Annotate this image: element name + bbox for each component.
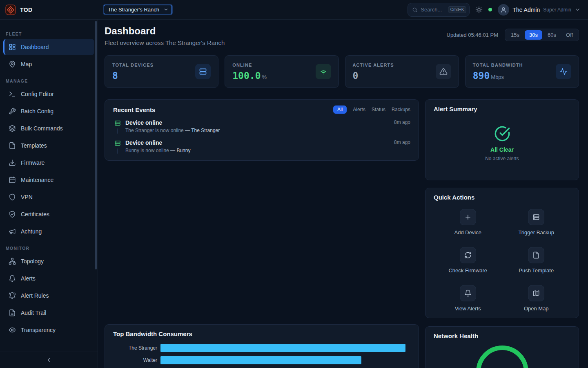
sidebar-item-alerts[interactable]: Alerts <box>3 270 94 287</box>
event-title: Device online <box>125 119 391 126</box>
sidebar-item-templates[interactable]: Templates <box>3 137 94 154</box>
server-icon <box>113 119 122 134</box>
sidebar-collapse-button[interactable] <box>0 352 98 368</box>
sidebar-item-dashboard[interactable]: Dashboard <box>3 39 94 55</box>
sidebar-item-firmware[interactable]: Firmware <box>3 155 94 171</box>
event-detail: The Stranger is now online — The Strange… <box>125 128 410 134</box>
sidebar-item-achtung[interactable]: Achtung <box>3 223 94 240</box>
sidebar-item-alert-rules[interactable]: Alert Rules <box>3 287 94 304</box>
server-icon <box>195 64 211 79</box>
panel-title: Network Health <box>434 332 478 339</box>
shield-icon <box>9 193 16 201</box>
bandwidth-bar <box>160 344 405 352</box>
alert-status: All Clear <box>490 146 514 153</box>
refresh-option-15s[interactable]: 15s <box>506 30 524 40</box>
push-template-button[interactable]: Push Template <box>502 247 571 274</box>
sidebar-item-topology[interactable]: Topology <box>3 253 94 269</box>
wrench-icon <box>9 108 16 115</box>
sidebar-item-batch-config[interactable]: Batch Config <box>3 103 94 119</box>
event-time: 8m ago <box>394 139 410 146</box>
refresh-option-60s[interactable]: 60s <box>543 30 561 40</box>
filter-backups[interactable]: Backups <box>392 107 410 112</box>
file-text-icon <box>9 309 16 316</box>
event-row: Device online 8m ago Bunny is now online… <box>113 139 410 154</box>
filter-all[interactable]: All <box>333 105 347 114</box>
bar-row: The Stranger <box>113 344 410 352</box>
stat-value: 8 <box>112 70 118 81</box>
terminal-icon <box>9 90 16 98</box>
plus-icon <box>460 209 476 225</box>
top-bandwidth-panel: Top Bandwidth Consumers The Stranger Wal… <box>105 324 419 368</box>
map-icon <box>528 285 544 301</box>
event-row: Device online 8m ago The Stranger is now… <box>113 119 410 134</box>
topbar-right: Search... Cmd+K The Admin Super Admin <box>408 3 588 17</box>
sidebar-item-label: Firmware <box>21 159 45 166</box>
user-icon <box>500 7 507 13</box>
event-time: 8m ago <box>394 119 410 126</box>
network-health-panel: Network Health <box>425 326 579 368</box>
sidebar-item-label: Achtung <box>21 228 42 235</box>
bar-label: Walter <box>113 357 157 363</box>
stat-total-devices: TOTAL DEVICES 8 <box>105 55 218 88</box>
refresh-interval-control: 15s 30s 60s Off <box>505 29 579 41</box>
sun-icon <box>475 6 483 13</box>
download-icon <box>9 159 16 166</box>
bandwidth-bar <box>160 356 361 364</box>
add-device-button[interactable]: Add Device <box>434 209 502 236</box>
theme-toggle-button[interactable] <box>475 6 483 13</box>
trigger-backup-button[interactable]: Trigger Backup <box>502 209 571 236</box>
panel-title: Alert Summary <box>434 105 477 112</box>
sidebar-item-label: Transparency <box>21 327 56 333</box>
bell-ring-icon <box>9 292 16 299</box>
stat-total-bandwidth: TOTAL BANDWIDTH 890Mbps <box>465 55 579 88</box>
filter-status[interactable]: Status <box>372 107 385 112</box>
section-label-fleet: FLEET <box>6 31 98 36</box>
activity-icon <box>556 64 571 79</box>
topbar: TOD The Stranger's Ranch Search... Cmd+K… <box>0 0 588 20</box>
updated-timestamp: Updated 05:46:01 PM <box>447 32 498 38</box>
sidebar-item-label: Audit Trail <box>21 310 46 316</box>
brand: TOD <box>0 4 98 15</box>
main-content: Dashboard Fleet overview across The Stra… <box>98 0 588 368</box>
refresh-option-30s[interactable]: 30s <box>525 30 542 40</box>
open-map-button[interactable]: Open Map <box>502 285 571 312</box>
alert-detail: No active alerts <box>485 156 519 162</box>
filter-alerts[interactable]: Alerts <box>353 107 365 112</box>
sidebar-item-label: VPN <box>21 194 33 200</box>
bar-row: Walter <box>113 356 410 364</box>
refresh-option-off[interactable]: Off <box>561 30 577 40</box>
shield-check-icon <box>9 211 16 218</box>
online-status-dot <box>488 8 492 11</box>
sidebar-item-label: Topology <box>21 258 44 265</box>
stat-cards: TOTAL DEVICES 8 ONLINE 100.0% ACTIVE ALE… <box>105 55 579 88</box>
sidebar-item-label: Config Editor <box>21 91 54 97</box>
bell-icon <box>9 275 16 282</box>
sidebar-item-config-editor[interactable]: Config Editor <box>3 86 94 102</box>
sidebar-item-label: Map <box>21 61 32 67</box>
stat-label: ONLINE <box>232 63 267 67</box>
sidebar-item-map[interactable]: Map <box>3 56 94 72</box>
view-alerts-button[interactable]: View Alerts <box>434 285 502 312</box>
sidebar-item-vpn[interactable]: VPN <box>3 189 94 205</box>
user-name: The Admin <box>512 7 540 13</box>
sidebar-item-label: Alerts <box>21 275 36 282</box>
search-icon <box>412 7 418 13</box>
stat-online: ONLINE 100.0% <box>225 55 339 88</box>
sidebar-scrollbar[interactable] <box>95 21 97 269</box>
check-circle-icon <box>494 126 510 142</box>
stat-label: TOTAL BANDWIDTH <box>473 63 523 67</box>
check-firmware-button[interactable]: Check Firmware <box>434 247 502 274</box>
sidebar-item-maintenance[interactable]: Maintenance <box>3 172 94 188</box>
sidebar-item-certificates[interactable]: Certificates <box>3 206 94 222</box>
bar-label: The Stranger <box>113 345 157 351</box>
bell-icon <box>460 285 476 301</box>
site-select[interactable]: The Stranger's Ranch <box>104 5 172 14</box>
user-menu[interactable]: The Admin Super Admin <box>498 4 581 16</box>
sidebar-item-transparency[interactable]: Transparency <box>3 322 94 338</box>
chevron-left-icon <box>45 357 52 364</box>
search-input[interactable]: Search... Cmd+K <box>408 3 470 17</box>
sidebar-item-bulk-commands[interactable]: Bulk Commands <box>3 120 94 137</box>
stat-value: 100.0 <box>232 70 261 81</box>
sidebar-item-audit-trail[interactable]: Audit Trail <box>3 305 94 321</box>
refresh-icon <box>460 247 476 263</box>
